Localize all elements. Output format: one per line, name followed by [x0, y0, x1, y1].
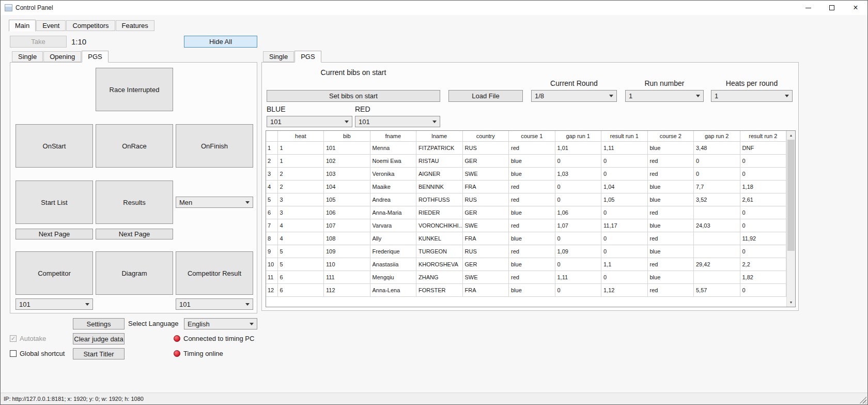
right-tab-single[interactable]: Single [263, 51, 294, 62]
take-timer: 1:10 [71, 37, 86, 46]
red-bib-dropdown-value: 101 [359, 118, 370, 126]
cell-result-run-2: 0 [740, 245, 786, 258]
window-title: Control Panel [16, 4, 53, 11]
current-round-dropdown-value: 1/8 [535, 92, 544, 100]
blue-bib-dropdown[interactable]: 101 [267, 116, 352, 127]
scroll-down-button[interactable]: ▼ [787, 298, 795, 307]
row-number-cell: 1 [266, 141, 277, 154]
table-row[interactable]: 53105AndreaROTHFUSSRUSred01,05blue3,522,… [266, 193, 786, 206]
competitor-button[interactable]: Competitor [16, 251, 93, 295]
table-row[interactable]: 63106Anna-MariaRIEDERGERblue1,060red0 [266, 206, 786, 219]
onstart-button[interactable]: OnStart [16, 124, 93, 168]
competitor-bib-dropdown-value: 101 [19, 301, 30, 308]
table-row[interactable]: 21102Noemi EwaRISTAUGERblue00red00 [266, 154, 786, 167]
tab-main[interactable]: Main [9, 20, 36, 32]
load-file-button[interactable]: Load File [448, 90, 523, 102]
tab-competitors[interactable]: Competitors [66, 20, 115, 31]
table-row[interactable]: 74107VarvaraVORONCHIKHI...SWEred1,0711,1… [266, 219, 786, 232]
cell-result-run-1: 0 [601, 232, 648, 245]
chevron-down-icon [245, 303, 250, 306]
diagram-button[interactable]: Diagram [96, 251, 173, 295]
heats-per-round-dropdown-value: 1 [715, 92, 718, 100]
table-row[interactable]: 32103VeronikaAIGNERSWEblue1,030red00 [266, 167, 786, 180]
next-page-startlist-button[interactable]: Next Page [16, 229, 93, 239]
cell-gap-run-1: 0 [555, 193, 601, 206]
row-number-cell: 9 [266, 245, 277, 258]
competitor-result-button[interactable]: Competitor Result [176, 251, 253, 295]
table-row[interactable]: 84108AllyKUNKELFRAblue00red11,92 [266, 232, 786, 245]
set-bibs-on-start-button[interactable]: Set bibs on start [267, 90, 440, 102]
competitor-result-bib-dropdown[interactable]: 101 [176, 298, 253, 310]
table-row[interactable]: 116111MengqiuZHANGSWEred1,110blue1,82 [266, 271, 786, 283]
vertical-scrollbar[interactable]: ▲ ▼ [786, 131, 795, 307]
global-shortcut-checkbox[interactable] [10, 350, 17, 357]
heats-per-round-dropdown[interactable]: 1 [711, 90, 793, 102]
cell-fname: Varvara [370, 219, 416, 232]
scroll-up-button[interactable]: ▲ [787, 131, 795, 140]
tab-features[interactable]: Features [116, 20, 154, 31]
tab-event[interactable]: Event [36, 20, 66, 31]
cell-bib: 104 [324, 180, 370, 193]
cell-result-run-1: 1,1 [601, 258, 648, 271]
settings-button[interactable]: Settings [73, 318, 125, 329]
column-header-bib[interactable]: bib [324, 131, 370, 141]
chevron-down-icon [609, 95, 613, 97]
autotake-checkbox[interactable]: ✓ [10, 335, 17, 342]
cell-heat: 3 [277, 206, 324, 219]
close-button[interactable]: × [844, 1, 867, 15]
table-row[interactable]: 42104MaaikeBENNINKFRAred01,04blue7,71,18 [266, 180, 786, 193]
cell-country: FRA [462, 232, 509, 245]
table-row[interactable]: 95109FrederiqueTURGEONRUSred1,090blue0 [266, 245, 786, 258]
left-tab-single[interactable]: Single [12, 51, 43, 62]
run-number-dropdown[interactable]: 1 [625, 90, 704, 102]
column-header-fname[interactable]: fname [370, 131, 416, 141]
red-bib-dropdown[interactable]: 101 [355, 116, 440, 127]
onrace-button[interactable]: OnRace [96, 124, 173, 168]
red-label: RED [355, 105, 370, 113]
cell-result-run-2: 0 [740, 219, 786, 232]
column-header-course-2[interactable]: course 2 [647, 131, 694, 141]
column-header-lname[interactable]: lname [416, 131, 463, 141]
maximize-button[interactable] [820, 1, 844, 15]
cell-gap-run-2: 5,57 [694, 283, 740, 296]
cell-lname: KUNKEL [416, 232, 463, 245]
column-header-gap-run-1[interactable]: gap run 1 [555, 131, 601, 141]
language-dropdown[interactable]: English [184, 318, 257, 329]
left-tab-pgs[interactable]: PGS [82, 51, 108, 63]
competitor-bib-dropdown[interactable]: 101 [16, 298, 93, 310]
column-header-heat[interactable]: heat [277, 131, 324, 141]
current-round-dropdown[interactable]: 1/8 [531, 90, 617, 102]
right-tab-pgs[interactable]: PGS [295, 51, 321, 63]
hide-all-button[interactable]: Hide All [184, 36, 257, 48]
results-button[interactable]: Results [96, 181, 173, 224]
left-tab-opening[interactable]: Opening [43, 51, 81, 62]
row-number-cell: 12 [266, 283, 277, 296]
cell-result-run-1: 0 [601, 206, 648, 219]
resize-grip-icon[interactable] [859, 396, 866, 403]
scroll-thumb[interactable] [787, 140, 795, 251]
onfinish-button[interactable]: OnFinish [176, 124, 253, 168]
cell-bib: 108 [324, 232, 370, 245]
column-header-country[interactable]: country [462, 131, 509, 141]
table-row[interactable]: 105110AnastasiiaKHOROSHEVAGERblue01,1red… [266, 258, 786, 271]
next-page-results-button[interactable]: Next Page [96, 229, 173, 239]
cell-gap-run-1: 0 [555, 180, 601, 193]
column-header-gap-run-2[interactable]: gap run 2 [694, 131, 740, 141]
table-row[interactable]: 11101MennaFITZPATRICKRUSred1,011,11blue3… [266, 141, 786, 154]
cell-gap-run-2 [694, 232, 740, 245]
take-button[interactable]: Take [10, 36, 67, 48]
cell-bib: 106 [324, 206, 370, 219]
race-interrupted-button[interactable]: Race Interrupted [96, 68, 173, 111]
control-panel-window: Control Panel × Main Event Competitors F… [0, 0, 868, 405]
start-list-button[interactable]: Start List [16, 181, 93, 224]
minimize-button[interactable] [796, 1, 820, 15]
column-header-result-run-1[interactable]: result run 1 [601, 131, 648, 141]
column-header-result-run-2[interactable]: result run 2 [740, 131, 786, 141]
table-row[interactable]: 126112Anna-LenaFORSTERFRAblue01,12red5,5… [266, 283, 786, 296]
cell-lname: RIEDER [416, 206, 463, 219]
column-header-course-1[interactable]: course 1 [509, 131, 555, 141]
column-header-rownum[interactable] [266, 131, 277, 141]
gender-dropdown[interactable]: Men [176, 197, 253, 208]
start-titler-button[interactable]: Start Titler [73, 348, 125, 359]
clear-judge-data-button[interactable]: Clear judge data [73, 333, 125, 344]
